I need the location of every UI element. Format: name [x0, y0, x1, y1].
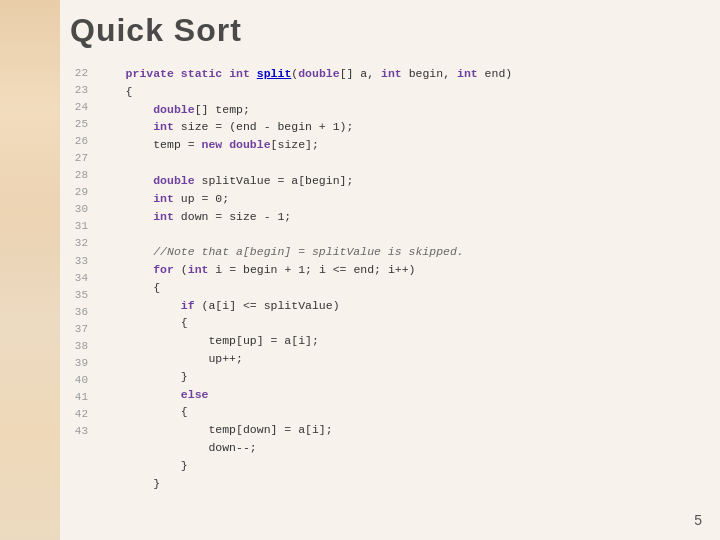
line-num: 22: [70, 65, 88, 82]
code-lines: private static int split(double[] a, int…: [98, 65, 700, 493]
line-num: 43: [70, 423, 88, 440]
code-line: else: [98, 386, 700, 404]
code-line: }: [98, 457, 700, 475]
line-num: 28: [70, 167, 88, 184]
code-line: {: [98, 314, 700, 332]
code-line: {: [98, 403, 700, 421]
code-line: up++;: [98, 350, 700, 368]
line-num: 24: [70, 99, 88, 116]
code-line: temp[up] = a[i];: [98, 332, 700, 350]
line-numbers: 2223242526272829303132333435363738394041…: [70, 65, 98, 493]
code-line: int down = size - 1;: [98, 208, 700, 226]
code-line: for (int i = begin + 1; i <= end; i++): [98, 261, 700, 279]
code-line: }: [98, 475, 700, 493]
line-num: 25: [70, 116, 88, 133]
line-num: 23: [70, 82, 88, 99]
code-line: int size = (end - begin + 1);: [98, 118, 700, 136]
code-line: {: [98, 83, 700, 101]
page-number: 5: [694, 512, 702, 528]
line-num: 33: [70, 253, 88, 270]
line-num: 30: [70, 201, 88, 218]
code-line: [98, 225, 700, 243]
code-line: //Note that a[begin] = splitValue is ski…: [98, 243, 700, 261]
line-num: 31: [70, 218, 88, 235]
line-num: 39: [70, 355, 88, 372]
left-decoration: [0, 0, 60, 540]
code-line: temp[down] = a[i];: [98, 421, 700, 439]
code-line: double splitValue = a[begin];: [98, 172, 700, 190]
code-line: temp = new double[size];: [98, 136, 700, 154]
line-num: 40: [70, 372, 88, 389]
code-line: [98, 154, 700, 172]
line-num: 42: [70, 406, 88, 423]
code-container: 2223242526272829303132333435363738394041…: [70, 65, 700, 493]
page-title: Quick Sort: [70, 12, 700, 49]
code-line: }: [98, 368, 700, 386]
code-line: if (a[i] <= splitValue): [98, 297, 700, 315]
code-line: double[] temp;: [98, 101, 700, 119]
line-num: 38: [70, 338, 88, 355]
code-line: int up = 0;: [98, 190, 700, 208]
line-num: 29: [70, 184, 88, 201]
line-num: 34: [70, 270, 88, 287]
line-num: 27: [70, 150, 88, 167]
code-line: private static int split(double[] a, int…: [98, 65, 700, 83]
code-line: {: [98, 279, 700, 297]
line-num: 36: [70, 304, 88, 321]
code-line: down--;: [98, 439, 700, 457]
line-num: 37: [70, 321, 88, 338]
line-num: 41: [70, 389, 88, 406]
line-num: 35: [70, 287, 88, 304]
content-area: Quick Sort 22232425262728293031323334353…: [60, 0, 720, 540]
line-num: 26: [70, 133, 88, 150]
line-num: 32: [70, 235, 88, 252]
